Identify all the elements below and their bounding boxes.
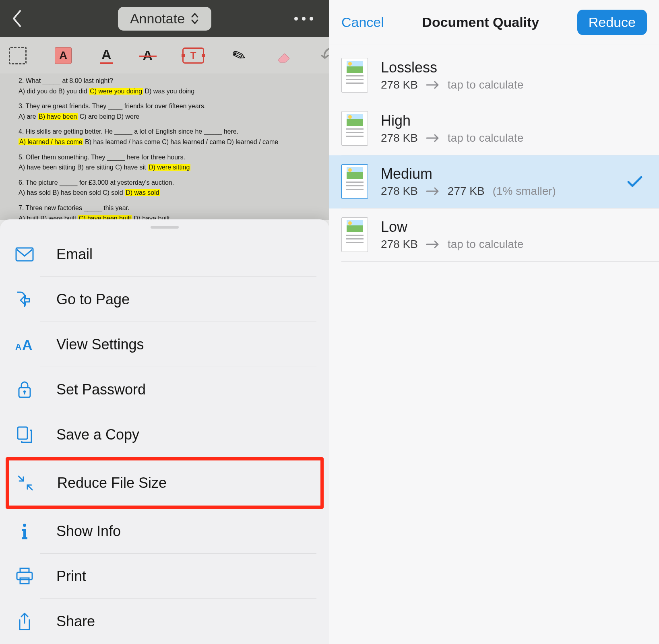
quality-sub: 278 KB tap to calculate — [381, 238, 646, 251]
menu-print[interactable]: Print — [0, 554, 329, 599]
menu-share[interactable]: Share — [0, 599, 329, 644]
svg-rect-10 — [22, 537, 27, 539]
svg-rect-5 — [24, 392, 25, 394]
pen-tool[interactable]: ✎ — [232, 46, 246, 65]
menu-label: View Settings — [56, 336, 144, 353]
mode-selector[interactable]: Annotate — [118, 7, 211, 31]
sheet-grabber[interactable] — [151, 226, 179, 229]
highlight-frame: Reduce File Size — [6, 457, 324, 509]
action-sheet: Email Go to Page AA View Settings Set Pa… — [0, 219, 329, 644]
quality-option-low[interactable]: Low 278 KB tap to calculate — [329, 208, 659, 262]
print-icon — [14, 568, 35, 585]
menu-label: Go to Page — [56, 291, 130, 308]
eraser-icon — [274, 48, 292, 63]
info-icon — [14, 522, 35, 541]
svg-rect-6 — [18, 427, 27, 439]
menu-show-info[interactable]: Show Info — [0, 509, 329, 554]
arrow-right-icon — [426, 133, 440, 143]
copy-icon — [14, 425, 35, 444]
arrow-right-icon — [426, 80, 440, 90]
menu-label: Print — [56, 568, 86, 585]
quality-name: Lossless — [381, 59, 646, 76]
quality-sub: 278 KB 277 KB (1% smaller) — [381, 185, 646, 198]
doc-thumb-icon — [341, 111, 368, 146]
arrow-right-icon — [426, 186, 440, 196]
menu-label: Show Info — [56, 523, 121, 540]
textbox-tool[interactable] — [182, 47, 204, 64]
quality-name: Medium — [381, 165, 646, 182]
selection-tool[interactable] — [9, 47, 27, 64]
highlight-tool[interactable]: A — [55, 47, 72, 64]
document-view[interactable]: 2. What _____ at 8.00 last night? A) did… — [0, 74, 329, 220]
svg-text:A: A — [15, 342, 21, 351]
doc-thumb-icon — [341, 217, 368, 252]
share-icon — [14, 612, 35, 631]
quality-option-medium[interactable]: Medium 278 KB 277 KB (1% smaller) — [329, 155, 659, 208]
menu-reduce-file-size[interactable]: Reduce File Size — [9, 460, 320, 506]
svg-point-7 — [23, 524, 26, 527]
quality-sub: 278 KB tap to calculate — [381, 78, 646, 91]
svg-text:A: A — [22, 337, 32, 353]
back-icon[interactable] — [11, 9, 23, 28]
reduce-button[interactable]: Reduce — [577, 10, 647, 35]
pen-icon: ✎ — [229, 44, 249, 66]
undo-icon — [320, 47, 329, 64]
menu-label: Set Password — [56, 381, 146, 398]
page-title: Document Quality — [422, 14, 539, 30]
more-icon[interactable] — [294, 17, 313, 21]
quality-option-lossless[interactable]: Lossless 278 KB tap to calculate — [329, 49, 659, 102]
quality-sub: 278 KB tap to calculate — [381, 132, 646, 144]
underline-tool[interactable]: A — [100, 47, 113, 64]
arrow-right-icon — [426, 239, 440, 249]
quality-list: Lossless 278 KB tap to calculate High 27… — [329, 45, 659, 262]
quality-name: Low — [381, 219, 646, 235]
quality-name: High — [381, 112, 646, 129]
svg-rect-9 — [22, 529, 26, 531]
menu-label: Reduce File Size — [57, 475, 167, 491]
undo-button[interactable] — [320, 47, 329, 64]
right-pane: Cancel Document Quality Reduce Lossless … — [329, 0, 659, 644]
strikethrough-tool[interactable]: A — [141, 47, 155, 63]
mode-label: Annotate — [130, 11, 185, 27]
quality-header: Cancel Document Quality Reduce — [329, 0, 659, 45]
doc-thumb-icon — [341, 58, 368, 93]
quality-option-high[interactable]: High 278 KB tap to calculate — [329, 102, 659, 155]
menu-view-settings[interactable]: AA View Settings — [0, 322, 329, 367]
text-size-icon: AA — [14, 336, 35, 353]
svg-rect-0 — [16, 248, 33, 261]
lock-icon — [14, 380, 35, 399]
menu-label: Email — [56, 246, 93, 263]
svg-rect-13 — [20, 578, 29, 584]
menu-save-copy[interactable]: Save a Copy — [0, 412, 329, 457]
menu-email[interactable]: Email — [0, 232, 329, 277]
menu-goto-page[interactable]: Go to Page — [0, 277, 329, 322]
left-pane: Annotate A A A ✎ 2. What _____ at 8.00 l… — [0, 0, 329, 644]
doc-thumb-icon — [341, 164, 368, 199]
menu-label: Save a Copy — [56, 426, 139, 443]
goto-icon — [14, 291, 35, 308]
annotate-toolbar: A A A ✎ — [0, 37, 329, 74]
eraser-tool[interactable] — [274, 48, 292, 63]
compress-icon — [15, 474, 35, 492]
cancel-button[interactable]: Cancel — [341, 14, 384, 30]
menu-set-password[interactable]: Set Password — [0, 367, 329, 412]
chevron-updown-icon — [190, 12, 199, 25]
checkmark-icon — [627, 175, 643, 188]
top-bar: Annotate — [0, 0, 329, 37]
menu-label: Share — [56, 613, 95, 630]
document-content: 2. What _____ at 8.00 last night? A) did… — [0, 74, 329, 220]
mail-icon — [14, 247, 35, 262]
